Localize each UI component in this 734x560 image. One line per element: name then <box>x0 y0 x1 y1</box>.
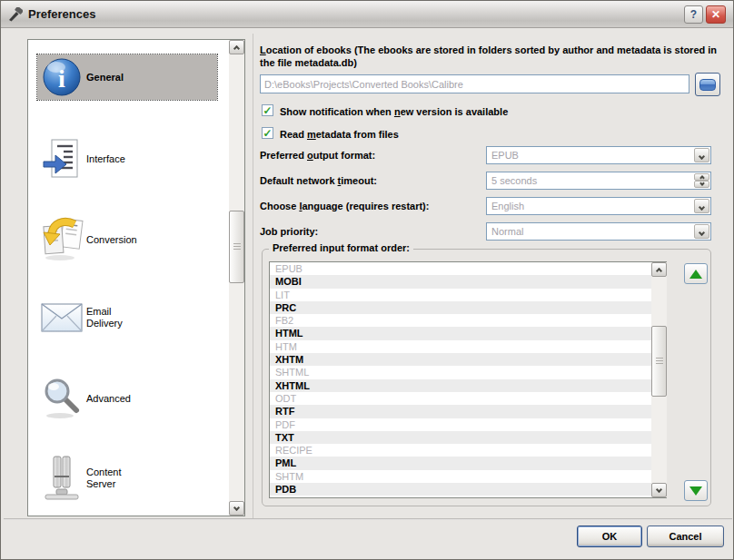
browse-button[interactable] <box>695 73 720 96</box>
ok-button[interactable]: OK <box>577 526 642 547</box>
chevron-down-icon[interactable] <box>694 148 709 162</box>
read-metadata-checkbox-label: Read metadata from files <box>280 129 399 140</box>
input-format-list[interactable]: EPUB MOBI LIT PRC FB2 HTML HTM XHTM SHTM… <box>269 261 667 498</box>
sidebar-item-label: Email Delivery <box>86 306 150 329</box>
job-priority-label: Job priority: <box>260 226 318 237</box>
sidebar-item-label: General <box>86 72 124 84</box>
scroll-down-icon[interactable] <box>229 501 244 516</box>
green-up-arrow-icon <box>689 270 702 279</box>
location-label: Location of ebooks (The ebooks are store… <box>260 44 721 69</box>
format-list-item[interactable]: XHTML <box>270 379 651 392</box>
format-list-item[interactable]: LIT <box>270 289 651 301</box>
scrollbar-thumb[interactable] <box>651 326 667 397</box>
format-list-item[interactable]: PDF <box>270 418 651 431</box>
sidebar-item-general[interactable]: i General <box>37 54 217 100</box>
output-format-value: EPUB <box>491 150 519 161</box>
move-format-down-button[interactable] <box>684 480 708 501</box>
format-list-item[interactable]: FB2 <box>270 314 651 327</box>
format-list-item[interactable]: SHTML <box>270 366 651 378</box>
sidebar-item-label: Advanced <box>86 393 131 405</box>
format-list-item[interactable]: PRC <box>270 301 651 314</box>
sidebar-item-label: Interface <box>86 153 125 165</box>
sidebar-item-label: Conversion <box>86 234 137 246</box>
format-list-scrollbar[interactable] <box>651 262 667 497</box>
preferences-dialog: Preferences ? ✕ i General <box>0 0 734 560</box>
format-list-item[interactable]: PDB <box>270 483 651 496</box>
info-icon: i <box>37 57 86 97</box>
magnifier-icon <box>37 377 86 420</box>
title-bar[interactable]: Preferences ? ✕ <box>1 1 733 28</box>
move-format-up-button[interactable] <box>684 263 708 284</box>
sidebar-item-content-server[interactable]: Content Server <box>37 454 217 503</box>
language-label: Choose language (requires restart): <box>260 201 429 211</box>
close-icon[interactable]: ✕ <box>706 5 726 24</box>
check-icon: ✓ <box>263 106 272 115</box>
sidebar-item-email-delivery[interactable]: Email Delivery <box>37 293 217 342</box>
interface-icon <box>37 138 86 180</box>
language-value: English <box>491 201 524 211</box>
format-list-item[interactable]: PML <box>270 457 651 469</box>
category-list: i General Interface <box>27 39 245 516</box>
format-list-item[interactable]: HTML <box>270 327 651 339</box>
output-format-label: Preferred output format: <box>260 150 375 161</box>
chevron-down-icon[interactable] <box>694 224 709 239</box>
output-format-select[interactable]: EPUB <box>486 146 711 164</box>
spin-down-icon[interactable] <box>694 181 709 188</box>
chevron-down-icon[interactable] <box>694 199 709 213</box>
format-list-item[interactable]: AZW <box>270 496 651 498</box>
svg-text:i: i <box>58 64 65 93</box>
language-select[interactable]: English <box>486 197 711 215</box>
format-list-item[interactable]: ODT <box>270 392 651 405</box>
network-timeout-value: 5 seconds <box>491 175 537 186</box>
scroll-up-icon[interactable] <box>651 262 667 277</box>
sidebar-scrollbar[interactable] <box>229 40 244 516</box>
job-priority-value: Normal <box>491 226 523 237</box>
network-timeout-spinner[interactable]: 5 seconds <box>486 172 711 190</box>
job-priority-select[interactable]: Normal <box>486 222 711 241</box>
help-button[interactable]: ? <box>684 5 703 24</box>
format-list-item[interactable]: XHTM <box>270 353 651 366</box>
sidebar-item-advanced[interactable]: Advanced <box>37 374 217 423</box>
panel-divider <box>253 34 253 519</box>
scrollbar-thumb[interactable] <box>229 211 244 283</box>
location-input[interactable] <box>260 74 689 93</box>
input-order-label: Preferred input format order: <box>269 242 413 253</box>
sidebar-item-interface[interactable]: Interface <box>37 134 217 183</box>
browse-icon <box>699 79 716 91</box>
format-list-item[interactable]: SHTM <box>270 470 651 483</box>
check-icon: ✓ <box>263 129 272 138</box>
preferences-tool-icon <box>8 7 23 22</box>
new-version-checkbox-label: Show notification when new version is av… <box>280 106 508 117</box>
cancel-button[interactable]: Cancel <box>647 526 724 547</box>
footer-divider <box>4 518 732 520</box>
network-timeout-label: Default network timeout: <box>260 175 377 186</box>
format-list-item[interactable]: MOBI <box>270 275 651 288</box>
format-list-item[interactable]: RTF <box>270 405 651 418</box>
format-list-item[interactable]: TXT <box>270 431 651 444</box>
green-down-arrow-icon <box>689 486 702 496</box>
new-version-checkbox[interactable]: ✓ <box>262 104 273 116</box>
sidebar-item-label: Content Server <box>86 467 150 490</box>
conversion-icon <box>37 217 86 262</box>
window-title: Preferences <box>28 7 681 21</box>
server-icon <box>37 455 86 502</box>
format-list-item[interactable]: HTM <box>270 340 651 353</box>
scroll-down-icon[interactable] <box>651 483 667 497</box>
format-list-item[interactable]: EPUB <box>270 262 651 275</box>
scroll-up-icon[interactable] <box>229 40 244 54</box>
format-list-item[interactable]: RECIPE <box>270 444 651 457</box>
sidebar-item-conversion[interactable]: Conversion <box>37 215 217 264</box>
read-metadata-checkbox[interactable]: ✓ <box>262 127 273 139</box>
email-icon <box>37 303 86 332</box>
